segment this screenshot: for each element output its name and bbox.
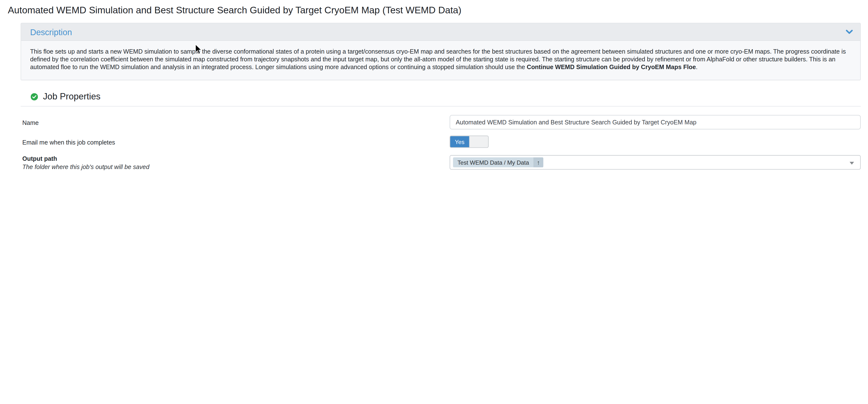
chip-up-arrow-icon[interactable]: ↑ [533,157,543,167]
name-row: Name [22,115,861,129]
job-properties-heading: Job Properties [31,91,854,101]
job-properties-title: Job Properties [43,91,100,101]
floe-job-form: Automated WEMD Simulation and Best Struc… [0,0,868,176]
select-caret-icon[interactable] [849,162,854,165]
description-panel: Description This floe sets up and starts… [21,23,861,80]
divider [21,106,861,106]
email-row: Email me when this job completes Yes [22,135,861,148]
description-text-bold: Continue WEMD Simulation Guided by CryoE… [527,64,696,70]
output-path-label: Output path [22,155,433,162]
success-check-icon [31,93,38,100]
output-path-chip[interactable]: Test WEMD Data / My Data ↑ [453,157,543,167]
description-panel-title: Description [30,27,72,37]
chevron-down-icon[interactable] [846,29,853,34]
email-toggle-yes-label: Yes [450,136,469,147]
description-text: This floe sets up and starts a new WEMD … [21,40,860,80]
description-text-suffix: . [696,64,698,70]
email-toggle[interactable]: Yes [450,135,489,148]
email-label: Email me when this job completes [22,139,115,146]
description-text-plain: This floe sets up and starts a new WEMD … [30,48,846,70]
email-toggle-knob[interactable] [469,136,488,147]
name-label: Name [22,119,39,126]
output-path-row: Output path The folder where this job's … [22,155,861,170]
description-panel-header[interactable]: Description [21,24,860,40]
output-path-chip-label: Test WEMD Data / My Data [453,157,533,167]
output-path-select[interactable]: Test WEMD Data / My Data ↑ [450,155,861,170]
job-name-input[interactable] [450,115,861,129]
page-title: Automated WEMD Simulation and Best Struc… [8,5,860,16]
output-path-hint: The folder where this job's output will … [22,163,433,170]
